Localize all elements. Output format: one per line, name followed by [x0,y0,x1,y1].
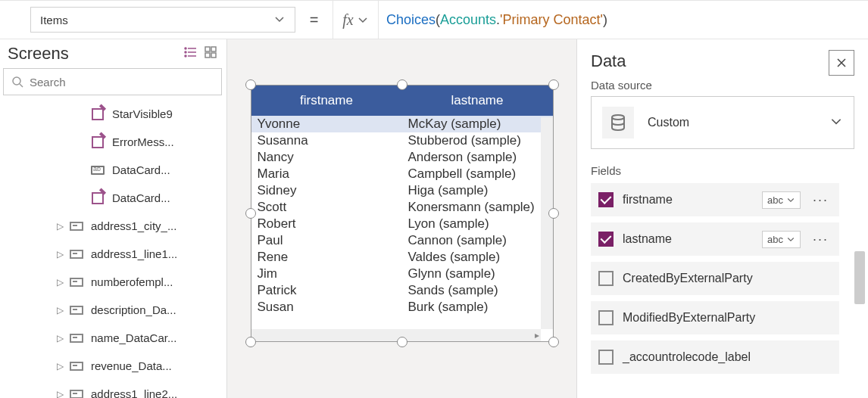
grid-view-icon[interactable] [204,45,217,62]
field-name: ModifiedByExternalParty [623,311,832,325]
field-row[interactable]: _accountrolecode_label [591,340,839,374]
datacard-icon [70,219,83,233]
formula-bar: Items = fx Choices ( Accounts . 'Primary… [0,0,868,39]
svg-rect-6 [205,47,210,51]
tree-item-label: DataCard... [112,163,170,176]
search-input[interactable] [3,68,222,95]
datasource-select[interactable]: Custom [591,96,854,149]
table-body: YvonneMcKay (sample)SusannaStubberod (sa… [251,116,553,316]
field-more-button[interactable]: ··· [810,232,832,247]
table-row[interactable]: ReneValdes (sample) [251,249,553,266]
expand-caret-icon[interactable]: ▷ [55,221,65,232]
vertical-scrollbar[interactable] [854,251,865,304]
cell-lastname: Cannon (sample) [402,232,553,249]
tree-leaf[interactable]: ErrorMess... [0,128,226,156]
token-ident: Accounts [440,12,496,28]
resize-handle[interactable] [245,208,256,219]
table-row[interactable]: SidneyHiga (sample) [251,182,553,199]
cell-lastname: Glynn (sample) [402,266,553,282]
resize-handle[interactable] [397,79,407,90]
expand-caret-icon[interactable]: ▷ [55,361,65,372]
formula-input[interactable]: Choices ( Accounts . 'Primary Contact' ) [379,1,868,39]
cell-firstname: Maria [251,166,402,182]
tree-group[interactable]: ▷numberofempl... [0,268,226,296]
equals-label: = [295,1,333,39]
search-field[interactable] [30,76,214,89]
table-row[interactable]: SusannaStubberod (sample) [251,132,553,149]
expand-caret-icon[interactable]: ▷ [55,277,65,288]
tree-group[interactable]: ▷address1_line2... [0,380,226,398]
fx-button[interactable]: fx [333,1,379,39]
resize-handle[interactable] [397,337,407,347]
datasource-name: Custom [648,116,816,129]
datasource-label: Data source [591,79,854,92]
edit-icon [91,135,105,149]
cell-lastname: Valdes (sample) [402,249,553,266]
tree-leaf[interactable]: DataCard... [0,156,226,184]
expand-caret-icon[interactable]: ▷ [55,389,65,399]
tree-leaf[interactable]: DataCard... [0,184,226,212]
close-button[interactable] [829,50,854,76]
field-more-button[interactable]: ··· [810,192,832,208]
expand-caret-icon[interactable]: ▷ [55,333,65,344]
canvas[interactable]: firstname lastname YvonneMcKay (sample)S… [227,39,576,398]
expand-caret-icon[interactable]: ▷ [55,249,65,260]
cell-lastname: McKay (sample) [402,116,553,132]
resize-handle[interactable] [548,208,559,219]
field-checkbox[interactable] [598,232,614,247]
svg-rect-9 [211,53,216,58]
tree-item-label: revenue_Data... [91,359,172,372]
field-checkbox[interactable] [598,192,614,207]
resize-handle[interactable] [245,337,256,347]
field-type-select[interactable]: abc [762,231,801,248]
field-checkbox[interactable] [598,310,614,325]
cell-firstname: Rene [251,249,402,266]
table-row[interactable]: ScottKonersmann (sample) [251,199,553,216]
tree-item-label: address1_city_... [91,219,176,232]
tree-group[interactable]: ▷name_DataCar... [0,324,226,352]
resize-handle[interactable] [548,79,559,90]
svg-point-12 [612,115,624,120]
tree-item-label: numberofempl... [91,275,173,288]
datatable-control[interactable]: firstname lastname YvonneMcKay (sample)S… [251,85,554,342]
resize-handle[interactable] [548,337,559,347]
field-name: lastname [623,232,753,246]
col-header-firstname[interactable]: firstname [251,86,402,116]
list-view-icon[interactable] [184,45,198,62]
table-row[interactable]: YvonneMcKay (sample) [251,116,553,132]
field-list: firstnameabc···lastnameabc···CreatedByEx… [591,183,854,374]
field-checkbox[interactable] [598,271,614,286]
field-row[interactable]: firstnameabc··· [591,183,839,216]
field-row[interactable]: CreatedByExternalParty [591,262,839,295]
table-row[interactable]: JimGlynn (sample) [251,266,553,282]
tree-leaf[interactable]: StarVisible9 [0,100,226,128]
tree-item-label: name_DataCar... [91,331,176,344]
cell-lastname: Burk (sample) [402,299,553,316]
table-row[interactable]: PatrickSands (sample) [251,282,553,299]
table-row[interactable]: SusanBurk (sample) [251,299,553,316]
table-row[interactable]: NancyAnderson (sample) [251,149,553,166]
table-row[interactable]: RobertLyon (sample) [251,216,553,232]
chevron-down-icon [273,13,286,27]
field-checkbox[interactable] [598,350,614,365]
property-select[interactable]: Items [30,7,295,33]
col-header-lastname[interactable]: lastname [402,86,553,116]
table-row[interactable]: MariaCampbell (sample) [251,166,553,182]
field-row[interactable]: lastnameabc··· [591,222,839,256]
expand-caret-icon[interactable]: ▷ [55,305,65,316]
field-row[interactable]: ModifiedByExternalParty [591,301,839,334]
tree-group[interactable]: ▷address1_line1... [0,240,226,268]
tree-group[interactable]: ▷description_Da... [0,296,226,324]
tree-group[interactable]: ▷revenue_Data... [0,352,226,380]
cell-lastname: Anderson (sample) [402,149,553,166]
horizontal-scrollbar[interactable]: ▸ [251,329,541,341]
edit-icon [91,107,105,121]
cell-firstname: Yvonne [251,116,402,132]
table-row[interactable]: PaulCannon (sample) [251,232,553,249]
panel-title: Screens [8,44,69,64]
vertical-scrollbar[interactable] [541,117,553,329]
resize-handle[interactable] [245,79,256,90]
tree-group[interactable]: ▷address1_city_... [0,212,226,240]
cell-lastname: Higa (sample) [402,182,553,199]
field-type-select[interactable]: abc [762,191,801,209]
